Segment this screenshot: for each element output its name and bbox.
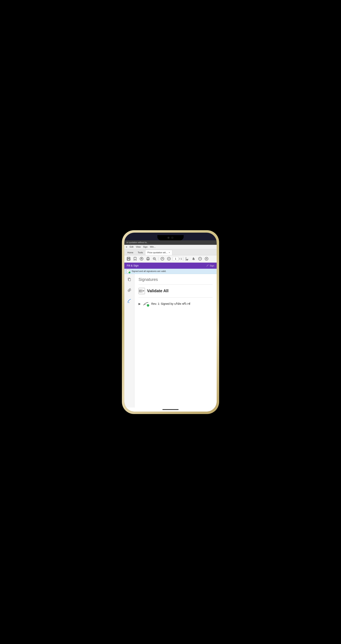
signature-entry-text: Rev. 1: Signed by บริษัท ฟรีเวชั [151, 302, 190, 306]
page-input[interactable] [173, 257, 178, 261]
zoom-out-toolbar-button[interactable] [197, 256, 203, 262]
validate-all-label[interactable]: Validate All [147, 288, 168, 293]
fill-sign-right: Sign [206, 264, 214, 267]
page-total: 1 [181, 258, 182, 260]
zoom-out-button[interactable] [152, 256, 157, 262]
signature-entry[interactable]: ▶ ✓ Rev. 1: Signed by บริษัท ฟรีเวชั [138, 301, 213, 306]
screen: ce quotation without ta... e Edit View S… [124, 233, 217, 412]
main-area: Aa Signatures [124, 274, 217, 408]
svg-rect-1 [128, 257, 130, 258]
svg-point-11 [161, 257, 164, 260]
bookmark-button[interactable] [132, 256, 138, 262]
svg-rect-6 [147, 258, 149, 260]
title-bar-text: ce quotation without ta... [126, 241, 148, 244]
home-indicator [162, 409, 179, 410]
sig-valid-icon: ✓ [126, 269, 130, 273]
tab-tools[interactable]: Tools [135, 250, 145, 255]
toolbar: / 1 [124, 255, 217, 263]
menu-window[interactable]: Win... [150, 246, 156, 248]
page-separator: / [179, 258, 180, 260]
signature-stamp: ✓ [143, 301, 149, 306]
menu-sign[interactable]: Sign [143, 246, 148, 248]
sidebar-item-fillsign[interactable]: Aa [126, 297, 133, 304]
svg-rect-21 [139, 290, 142, 292]
svg-rect-2 [128, 259, 130, 260]
svg-point-12 [167, 257, 170, 260]
divider-1 [138, 284, 213, 284]
sig-check-badge: ✓ [129, 272, 130, 273]
scroll-up-button[interactable] [160, 256, 165, 262]
save-button[interactable] [126, 256, 131, 262]
phone-inner: ce quotation without ta... e Edit View S… [124, 233, 217, 412]
fillsign-icon: Aa [127, 298, 132, 303]
speaker [167, 237, 169, 239]
svg-line-9 [155, 260, 156, 260]
signatures-title: Signatures [138, 277, 213, 282]
validate-all-row: Validate All [138, 288, 213, 298]
sig-notification-text: Signed and all signatures are valid. [132, 270, 166, 272]
svg-rect-7 [147, 259, 149, 260]
tab-close-button[interactable]: × [169, 251, 170, 254]
menu-file[interactable]: e [126, 246, 127, 248]
attachment-icon [127, 288, 132, 292]
tab-tools-label: Tools [138, 251, 143, 254]
upload-button[interactable] [139, 256, 144, 262]
signature-notification-bar: ✓ Signed and all signatures are valid. [124, 269, 217, 274]
scroll-down-button[interactable] [166, 256, 172, 262]
sig-valid-badge: ✓ [147, 304, 149, 306]
sidebar-item-attachments[interactable] [126, 286, 133, 294]
sign-icon [206, 264, 209, 267]
tab-bar: Home Tools Price quotation wit... × [124, 249, 217, 255]
svg-text:Aa: Aa [127, 302, 129, 303]
notch [157, 235, 184, 240]
page-nav: / 1 [173, 257, 182, 261]
title-bar: ce quotation without ta... [124, 240, 217, 245]
bottom-bar [124, 408, 217, 412]
print-button[interactable] [145, 256, 151, 262]
signatures-panel: Signatures [134, 274, 217, 408]
zoom-in-button[interactable] [204, 256, 209, 262]
phone-frame: ce quotation without ta... e Edit View S… [122, 230, 219, 414]
pages-icon [127, 278, 132, 282]
pan-button[interactable] [191, 256, 196, 262]
sidebar-item-pages[interactable] [126, 276, 133, 283]
status-bar [124, 233, 217, 240]
validate-icon-button[interactable] [138, 288, 145, 294]
svg-marker-3 [134, 257, 136, 260]
dropdown-arrow-icon [143, 290, 144, 292]
list-icon [139, 290, 142, 292]
camera [171, 236, 174, 239]
left-sidebar: Aa [124, 274, 134, 408]
svg-rect-19 [129, 278, 130, 281]
expand-icon: ▶ [138, 302, 141, 306]
menu-bar: e Edit View Sign Win... [124, 245, 217, 249]
toolbar-separator-1 [158, 257, 159, 261]
tab-doc[interactable]: Price quotation wit... × [145, 250, 172, 255]
menu-view[interactable]: View [136, 246, 141, 248]
tab-home-label: Home [127, 251, 133, 254]
fill-sign-label: Fill & Sign [127, 264, 139, 267]
sign-label: Sign [210, 264, 214, 267]
menu-edit[interactable]: Edit [130, 246, 133, 248]
tab-doc-label: Price quotation wit... [147, 251, 167, 254]
svg-marker-25 [143, 290, 144, 292]
select-button[interactable] [184, 256, 190, 262]
app-container: ce quotation without ta... e Edit View S… [124, 240, 217, 412]
tab-home[interactable]: Home [125, 250, 135, 255]
toolbar-separator-2 [183, 257, 183, 261]
fill-sign-bar: Fill & Sign Sign [124, 263, 217, 269]
